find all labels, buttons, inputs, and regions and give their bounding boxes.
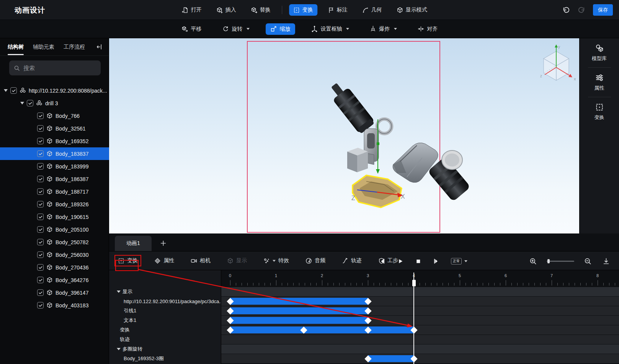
checkbox[interactable] bbox=[37, 201, 44, 207]
step-back-icon[interactable] bbox=[379, 258, 385, 264]
sidebar-tab-process-flow[interactable]: 工序流程 bbox=[64, 39, 85, 55]
timeline-tool-audio[interactable]: 音频 bbox=[303, 256, 328, 266]
tree-item-body_270436[interactable]: Body_270436 bbox=[0, 261, 109, 274]
header-button-transform[interactable]: 变换 bbox=[289, 4, 317, 16]
collapse-sidebar-icon[interactable] bbox=[96, 44, 103, 50]
timeline-bar[interactable] bbox=[230, 307, 368, 314]
header-button-open[interactable]: 打开 bbox=[178, 4, 206, 16]
tree-item-body_189326[interactable]: Body_189326 bbox=[0, 198, 109, 211]
step-forward-icon[interactable] bbox=[433, 258, 439, 264]
tree-item-body_183999[interactable]: Body_183999 bbox=[0, 160, 109, 173]
header-button-display-mode[interactable]: 显示模式 bbox=[392, 4, 431, 16]
timeline-bar[interactable] bbox=[368, 355, 414, 362]
checkbox[interactable] bbox=[10, 87, 17, 94]
tree-item-body_396147[interactable]: Body_396147 bbox=[0, 286, 109, 299]
timeline-tool-effects[interactable]: 特效 bbox=[261, 256, 292, 266]
checkbox[interactable] bbox=[37, 264, 44, 271]
checkbox[interactable] bbox=[37, 188, 44, 195]
export-icon[interactable] bbox=[603, 258, 610, 265]
navigation-cube[interactable]: y x z bbox=[540, 44, 576, 81]
track-row[interactable] bbox=[221, 297, 619, 306]
track-label-1[interactable]: http://10.122.92.200:9011/package/pc/3dc… bbox=[109, 297, 221, 306]
checkbox[interactable] bbox=[37, 214, 44, 220]
group-caret-icon[interactable] bbox=[117, 348, 121, 350]
timeline-tool-transform[interactable]: 变换 bbox=[115, 256, 140, 266]
track-label-3[interactable]: 文本1 bbox=[109, 316, 221, 325]
checkbox[interactable] bbox=[37, 150, 44, 157]
header-button-insert[interactable]: 插入 bbox=[212, 4, 240, 16]
playback-mode-button[interactable]: 正常 bbox=[451, 258, 467, 264]
header-button-replace[interactable]: 替换 bbox=[247, 4, 275, 16]
track-label-4[interactable]: 变换 bbox=[109, 325, 221, 335]
tree-item-http-10-122-92-200-8088-pack-[interactable]: http://10.122.92.200:8088/pack... bbox=[0, 84, 109, 97]
track-row[interactable] bbox=[221, 335, 619, 344]
tree-item-body_186387[interactable]: Body_186387 bbox=[0, 173, 109, 185]
checkbox[interactable] bbox=[37, 239, 44, 245]
track-label-5[interactable]: 轨迹 bbox=[109, 335, 221, 344]
tool-button-align[interactable]: 对齐 bbox=[413, 23, 443, 35]
track-label-7[interactable]: Body_169352-3圈 bbox=[109, 354, 221, 363]
viewport-3d[interactable]: X Z bbox=[109, 38, 579, 233]
checkbox[interactable] bbox=[37, 277, 44, 283]
checkbox[interactable] bbox=[37, 289, 44, 296]
tree-item-body_250782[interactable]: Body_250782 bbox=[0, 236, 109, 248]
timeline-tool-display[interactable]: 显示 bbox=[224, 256, 250, 266]
save-button[interactable]: 保存 bbox=[593, 4, 613, 16]
checkbox[interactable] bbox=[37, 251, 44, 258]
play-icon[interactable] bbox=[397, 258, 403, 264]
checkbox[interactable] bbox=[37, 163, 44, 170]
undo-icon[interactable] bbox=[562, 6, 570, 14]
tool-button-scale[interactable]: 缩放 bbox=[266, 23, 295, 35]
right-panel-item-transform[interactable]: 变换 bbox=[580, 97, 619, 126]
checkbox[interactable] bbox=[37, 138, 44, 144]
timeline-tab-animation1[interactable]: 动画1 bbox=[115, 236, 152, 251]
checkbox[interactable] bbox=[37, 113, 44, 119]
sidebar-tab-aux-elements[interactable]: 辅助元素 bbox=[33, 39, 54, 55]
header-button-annotate[interactable]: 标注 bbox=[323, 4, 352, 16]
tree-item-body_32561[interactable]: Body_32561 bbox=[0, 122, 109, 135]
stop-icon[interactable] bbox=[415, 258, 421, 264]
sidebar-tab-structure-tree[interactable]: 结构树 bbox=[8, 39, 24, 55]
tree-item-body_183837[interactable]: Body_183837 bbox=[0, 147, 109, 160]
search-input[interactable] bbox=[23, 65, 88, 71]
checkbox[interactable] bbox=[27, 100, 33, 106]
checkbox[interactable] bbox=[37, 302, 44, 309]
timeline-tool-camera[interactable]: 相机 bbox=[188, 256, 213, 266]
tree-item-body_190615[interactable]: Body_190615 bbox=[0, 211, 109, 223]
tree-item-body_403183[interactable]: Body_403183 bbox=[0, 299, 109, 312]
track-row[interactable] bbox=[221, 316, 619, 325]
track-row[interactable] bbox=[221, 306, 619, 315]
zoom-in-icon[interactable] bbox=[529, 258, 537, 265]
right-panel-item-model-library[interactable]: 模型库 bbox=[580, 38, 619, 67]
tree-item-body_188717[interactable]: Body_188717 bbox=[0, 185, 109, 198]
checkbox[interactable] bbox=[37, 176, 44, 182]
tree-item-body_256030[interactable]: Body_256030 bbox=[0, 248, 109, 261]
timeline-grid[interactable]: 012345678 bbox=[221, 270, 619, 364]
tree-item-body_205100[interactable]: Body_205100 bbox=[0, 223, 109, 236]
tree-item-body_364276[interactable]: Body_364276 bbox=[0, 274, 109, 286]
expand-caret-icon[interactable] bbox=[20, 102, 24, 104]
expand-caret-icon[interactable] bbox=[4, 89, 8, 92]
timeline-bar[interactable] bbox=[230, 298, 368, 305]
tree-item-body_169352[interactable]: Body_169352 bbox=[0, 135, 109, 147]
add-animation-tab-button[interactable] bbox=[157, 237, 169, 249]
tree-item-drill-3[interactable]: drill 3 bbox=[0, 97, 109, 109]
track-row[interactable] bbox=[221, 354, 619, 363]
redo-icon[interactable] bbox=[578, 6, 585, 14]
track-row[interactable] bbox=[221, 344, 619, 354]
header-button-geometry[interactable]: 几何 bbox=[358, 4, 386, 16]
search-box[interactable] bbox=[9, 60, 101, 75]
timeline-tool-property[interactable]: 属性 bbox=[152, 256, 177, 266]
playhead-handle[interactable] bbox=[412, 280, 416, 286]
timeline-bar[interactable] bbox=[230, 317, 368, 324]
track-row[interactable] bbox=[221, 325, 619, 335]
timeline-tool-trajectory[interactable]: 轨迹 bbox=[339, 256, 364, 266]
tool-button-rotate[interactable]: 旋转 bbox=[218, 23, 254, 35]
zoom-out-icon[interactable] bbox=[584, 258, 591, 265]
track-label-2[interactable]: 引线1 bbox=[109, 306, 221, 315]
checkbox[interactable] bbox=[37, 125, 44, 132]
track-row[interactable] bbox=[221, 287, 619, 296]
tree-item-body_766[interactable]: Body_766 bbox=[0, 109, 109, 122]
timeline-zoom-slider[interactable] bbox=[547, 259, 574, 263]
right-panel-item-properties[interactable]: 属性 bbox=[580, 68, 619, 97]
